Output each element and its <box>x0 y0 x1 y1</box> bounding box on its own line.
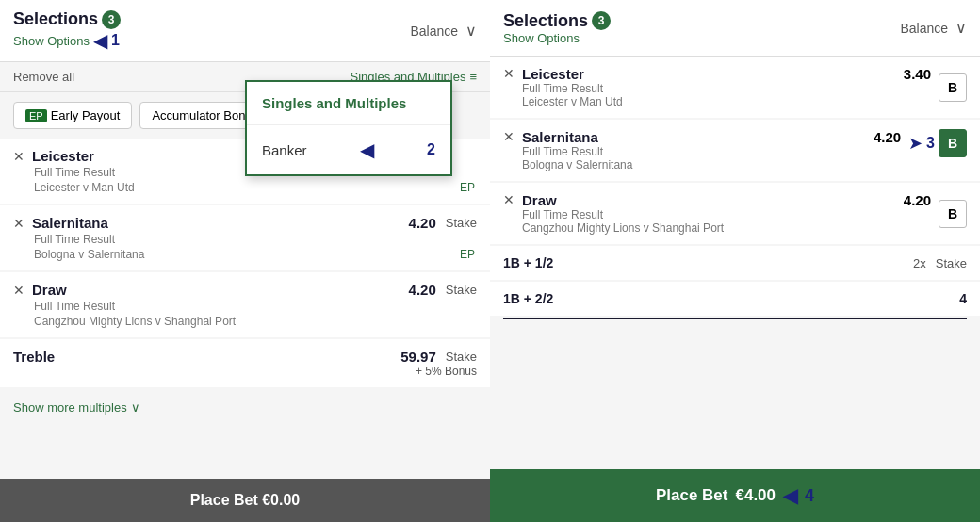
combo-1-multiplier: 2x <box>913 256 926 270</box>
left-place-bet-button[interactable]: Place Bet €0.00 <box>0 479 490 522</box>
right-selection-salernitana: ✕ Salernitana 4.20 Full Time Result Bolo… <box>490 120 980 181</box>
draw-match: Cangzhou Mighty Lions v Shanghai Port <box>13 315 477 328</box>
right-salernitana-b-button[interactable]: B <box>939 129 967 157</box>
show-more-multiples[interactable]: Show more multiples ∨ <box>0 389 490 426</box>
right-draw-type: Full Time Result <box>522 208 931 221</box>
combo-1-stake[interactable]: Stake <box>936 256 967 270</box>
draw-name: Draw <box>32 282 67 298</box>
dropdown-menu: Singles and Multiples Banker ◀ 2 <box>245 80 452 176</box>
left-chevron-icon[interactable]: ∨ <box>466 22 477 40</box>
left-betslip-panel: Selections 3 Show Options ◀ 1 Balance ∨ … <box>0 0 490 522</box>
remove-all-link[interactable]: Remove all <box>13 70 74 84</box>
left-selections-title: Selections 3 <box>13 9 121 29</box>
right-remove-salernitana-button[interactable]: ✕ <box>503 129 514 144</box>
right-leicester-name: Leicester <box>522 66 584 82</box>
right-place-bet-arrow-icon: ◀ <box>783 484 797 507</box>
left-show-options[interactable]: Show Options ◀ 1 <box>13 29 121 52</box>
left-header: Selections 3 Show Options ◀ 1 Balance ∨ <box>0 0 490 62</box>
salernitana-odds: 4.20 <box>409 215 436 231</box>
remove-draw-button[interactable]: ✕ <box>13 283 24 298</box>
right-salernitana-odds: 4.20 <box>874 129 901 145</box>
combo-row-2: 1B + 2/2 4 <box>490 282 980 316</box>
right-salernitana-arrow-icon: ➤ <box>908 133 923 154</box>
right-selections-list: ✕ Leicester 3.40 Full Time Result Leices… <box>490 57 980 469</box>
right-selections-title: Selections 3 <box>503 11 611 31</box>
leicester-ep: EP <box>460 181 477 194</box>
right-selections-label: Selections <box>503 11 588 31</box>
draw-stake[interactable]: Stake <box>446 283 477 297</box>
salernitana-match: Bologna v Salernitana <box>13 248 144 261</box>
dropdown-singles-multiples[interactable]: Singles and Multiples <box>247 82 450 125</box>
draw-odds: 4.20 <box>409 282 436 298</box>
salernitana-name: Salernitana <box>32 215 108 231</box>
right-selection-leicester: ✕ Leicester 3.40 Full Time Result Leices… <box>490 57 980 118</box>
right-show-options[interactable]: Show Options <box>503 31 611 45</box>
right-leicester-b-button[interactable]: B <box>939 73 967 102</box>
remove-leicester-button[interactable]: ✕ <box>13 149 24 164</box>
draw-type: Full Time Result <box>13 300 477 313</box>
combo-1-label: 1B + 1/2 <box>503 255 553 270</box>
right-salernitana-match: Bologna v Salernitana <box>522 158 901 171</box>
treble-stake[interactable]: Stake <box>446 350 477 364</box>
hamburger-icon: ≡ <box>469 70 477 84</box>
right-salernitana-name: Salernitana <box>522 129 598 145</box>
right-selection-draw: ✕ Draw 4.20 Full Time Result Cangzhou Mi… <box>490 183 980 244</box>
right-remove-draw-button[interactable]: ✕ <box>503 192 514 207</box>
right-betslip-panel: Selections 3 Show Options Balance ∨ ✕ Le… <box>490 0 980 522</box>
right-selections-badge: 3 <box>592 11 611 30</box>
right-leicester-match: Leicester v Man Utd <box>522 95 931 108</box>
dropdown-arrow-icon: ◀ <box>360 139 374 161</box>
treble-odds: 59.97 <box>400 349 436 365</box>
chevron-down-icon: ∨ <box>131 400 140 415</box>
right-draw-name: Draw <box>522 192 557 208</box>
leicester-match: Leicester v Man Utd <box>13 181 135 194</box>
ep-tag: EP <box>25 109 47 122</box>
dropdown-banker[interactable]: Banker ◀ 2 <box>247 125 450 174</box>
treble-row: Treble 59.97 Stake + 5% Bonus <box>0 339 490 387</box>
treble-bonus: + 5% Bonus <box>13 365 477 378</box>
right-salernitana-type: Full Time Result <box>522 145 901 158</box>
right-draw-b-button[interactable]: B <box>939 200 967 228</box>
combo-row-1: 1B + 1/2 2x Stake <box>490 246 980 280</box>
right-place-bet-button[interactable]: Place Bet €4.00 ◀ 4 <box>490 469 980 522</box>
salernitana-type: Full Time Result <box>13 233 477 246</box>
left-selection-draw: ✕ Draw 4.20 Stake Full Time Result Cangz… <box>0 272 490 337</box>
right-leicester-type: Full Time Result <box>522 82 931 95</box>
right-draw-odds: 4.20 <box>904 192 931 208</box>
left-selections-badge: 3 <box>102 10 121 29</box>
left-selections-label: Selections <box>13 9 98 29</box>
right-leicester-odds: 3.40 <box>904 66 931 82</box>
right-header: Selections 3 Show Options Balance ∨ <box>490 0 980 57</box>
left-header-right: Balance ∨ <box>410 22 477 40</box>
combo-2-label: 1B + 2/2 <box>503 291 553 306</box>
treble-label: Treble <box>13 349 55 365</box>
left-balance-label: Balance <box>410 24 458 39</box>
right-balance-label: Balance <box>900 21 948 36</box>
salernitana-stake[interactable]: Stake <box>446 216 477 230</box>
left-header-content: Selections 3 Show Options ◀ 1 <box>13 9 121 52</box>
salernitana-ep: EP <box>460 248 477 261</box>
right-remove-leicester-button[interactable]: ✕ <box>503 66 514 81</box>
leicester-name: Leicester <box>32 148 94 164</box>
divider <box>503 318 967 319</box>
right-chevron-icon[interactable]: ∨ <box>956 19 967 37</box>
right-draw-match: Cangzhou Mighty Lions v Shanghai Port <box>522 221 931 235</box>
remove-salernitana-button[interactable]: ✕ <box>13 216 24 231</box>
combo-2-value: 4 <box>959 291 967 306</box>
left-selection-salernitana: ✕ Salernitana 4.20 Stake Full Time Resul… <box>0 205 490 270</box>
early-payout-button[interactable]: EP Early Payout <box>13 102 132 129</box>
left-arrow-icon: ◀ <box>93 29 107 52</box>
left-selections-list: ✕ Leicester Full Time Result Leicester v… <box>0 139 490 479</box>
